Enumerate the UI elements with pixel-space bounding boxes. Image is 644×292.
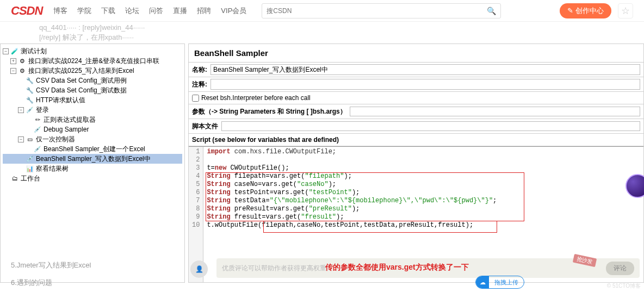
name-label: 名称: <box>189 63 210 77</box>
comment-placeholder: 优质评论可以帮助作者获得更高权重 <box>222 264 326 273</box>
annotation-text: 传的参数全都使用vars.get方式转换了一下 <box>325 263 469 272</box>
nav-jobs[interactable]: 招聘 <box>197 6 211 16</box>
nav-download[interactable]: 下载 <box>101 6 115 16</box>
pipette-icon: 💉 <box>26 154 34 163</box>
create-center-button[interactable]: ✎ 创作中心 <box>560 3 611 18</box>
tree-login-sampler[interactable]: −💉登录 <box>3 105 182 115</box>
comment-label: 注释: <box>189 78 210 91</box>
watermark-text: © 51CTO博客 <box>607 282 641 290</box>
tree-once-controller[interactable]: −▭仅一次控制器 <box>3 134 182 144</box>
tree-csv-config-1[interactable]: 🔧CSV Data Set Config_测试用例 <box>3 76 182 85</box>
tree-root[interactable]: −🧪测试计划 <box>3 46 182 56</box>
tree-thread-group-1[interactable]: +⚙接口测试实战0224_注册&登录&充值接口串联 <box>3 56 182 66</box>
reset-interpreter-label: Reset bsh.Interpreter before each call <box>201 94 311 102</box>
search-icon[interactable]: 🔍 <box>487 7 496 15</box>
reset-interpreter-checkbox[interactable] <box>192 95 199 102</box>
search-box[interactable]: 🔍 <box>262 3 501 18</box>
bottom-area: 5.Jmeter写入结果到Excel 6.遇到的问题 👤 优质评论可以帮助作者获… <box>0 254 644 292</box>
flask-icon: 🧪 <box>10 47 19 55</box>
avatar-icon: 👤 <box>190 260 208 278</box>
script-header: Script (see below for variables that are… <box>189 134 643 146</box>
comment-input[interactable]: 优质评论可以帮助作者获得更高权重 传的参数全都使用vars.get方式转换了一下… <box>216 258 640 278</box>
tree-http-defaults[interactable]: 🔧HTTP请求默认值 <box>3 95 182 105</box>
csdn-logo[interactable]: CSDN <box>11 4 42 18</box>
wrench-icon: 🔧 <box>26 86 34 95</box>
workbench-icon: 🗂 <box>10 174 19 183</box>
nav-vip[interactable]: VIP会员 <box>221 6 246 16</box>
test-plan-tree[interactable]: −🧪测试计划 +⚙接口测试实战0224_注册&登录&充值接口串联 −⚙接口测试实… <box>0 44 185 283</box>
tree-debug-sampler[interactable]: 💉Debug Sampler <box>3 125 182 134</box>
breadcrumb-strip: qq_4401····· : [reply]weixin_44······ [/… <box>0 22 644 44</box>
nav-live[interactable]: 直播 <box>173 6 187 16</box>
cloud-upload-icon: ☁ <box>476 276 489 288</box>
toc-sidebar: 5.Jmeter写入结果到Excel 6.遇到的问题 <box>0 254 185 292</box>
gear-icon: ⚙ <box>18 66 27 75</box>
sampler-panel: BeanShell Sampler 名称: 注释: Reset bsh.Inte… <box>188 44 644 283</box>
controller-icon: ▭ <box>26 135 34 144</box>
wrench-icon: 🔧 <box>26 96 34 104</box>
comment-area: 👤 优质评论可以帮助作者获得更高权重 传的参数全都使用vars.get方式转换了… <box>185 254 644 292</box>
panel-title: BeanShell Sampler <box>189 44 643 63</box>
comment-field[interactable] <box>210 79 640 90</box>
nav-academy[interactable]: 学院 <box>77 6 91 16</box>
tree-csv-config-2[interactable]: 🔧CSV Data Set Config_测试数据 <box>3 85 182 95</box>
tree-workbench[interactable]: 🗂工作台 <box>3 173 182 183</box>
pencil-icon: ✏ <box>33 115 42 124</box>
name-field[interactable] <box>210 64 640 75</box>
wrench-icon: 🔧 <box>26 76 34 85</box>
tree-regex-extractor[interactable]: ✏正则表达式提取器 <box>3 115 182 125</box>
favorite-icon[interactable]: ☆ <box>618 3 633 18</box>
toc-item-5[interactable]: 5.Jmeter写入结果到Excel <box>11 260 174 270</box>
tree-beanshell-write[interactable]: 💉BeanShell Sampler_写入数据到Excel中 <box>3 154 182 164</box>
nav-forum[interactable]: 论坛 <box>125 6 139 16</box>
pipette-icon: 💉 <box>26 105 34 114</box>
tree-thread-group-2[interactable]: −⚙接口测试实战0225_写入结果到Excel <box>3 66 182 76</box>
scriptfile-field[interactable] <box>221 121 640 131</box>
nav-blog[interactable]: 博客 <box>53 6 67 16</box>
upload-button[interactable]: ☁ 拖拽上传 <box>475 276 524 289</box>
nav-qa[interactable]: 问答 <box>149 6 163 16</box>
main-content: −🧪测试计划 +⚙接口测试实战0224_注册&登录&充值接口串联 −⚙接口测试实… <box>0 44 644 283</box>
toc-item-6[interactable]: 6.遇到的问题 <box>11 278 174 288</box>
scriptfile-label: 脚本文件 <box>192 122 218 131</box>
parameters-label: 参数（-> String Parameters 和 String [ ]bsh.… <box>192 107 346 116</box>
reply-button[interactable]: 评论 <box>606 262 634 275</box>
results-icon: 📊 <box>26 164 34 173</box>
pipette-icon: 💉 <box>33 125 42 134</box>
search-input[interactable] <box>267 7 484 15</box>
gear-icon: ⚙ <box>18 57 27 65</box>
top-header: CSDN 博客 学院 下载 论坛 问答 直播 招聘 VIP会员 🔍 ✎ 创作中心… <box>0 0 644 22</box>
parameters-field[interactable] <box>350 107 640 116</box>
sofa-badge: 抢沙发 <box>573 254 597 267</box>
pipette-icon: 💉 <box>33 145 42 153</box>
tree-beanshell-create[interactable]: 💉BeanShell Sampler_创建一个Excel <box>3 144 182 154</box>
tree-view-results[interactable]: 📊察看结果树 <box>3 164 182 173</box>
